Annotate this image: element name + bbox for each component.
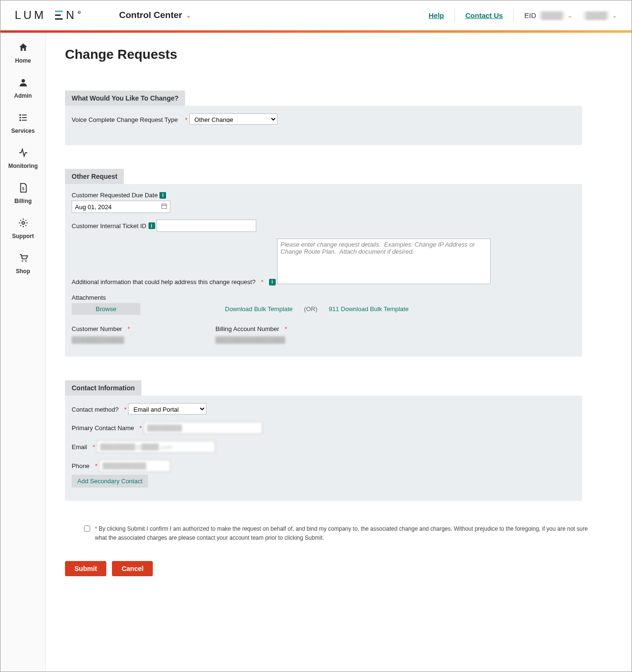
sidebar-item-label: Monitoring <box>9 163 38 169</box>
sidebar-item-label: Shop <box>16 268 30 275</box>
sidebar: Home Admin Services Monitoring $ Billing <box>0 33 46 672</box>
sidebar-item-label: Admin <box>14 92 32 99</box>
svg-rect-9 <box>22 115 27 116</box>
chevron-down-icon: ⌄ <box>612 12 617 19</box>
divider <box>513 9 514 22</box>
change-type-select[interactable]: Other Change <box>189 113 278 125</box>
svg-point-10 <box>19 117 21 119</box>
svg-text:LUM: LUM <box>15 9 46 21</box>
chevron-down-icon: ⌄ <box>567 12 573 19</box>
cart-icon <box>18 253 28 265</box>
change-type-label: Voice Complete Change Request Type * <box>72 116 187 123</box>
due-date-input[interactable] <box>72 201 170 213</box>
section-contact: Contact Information Contact method? * Em… <box>65 380 613 501</box>
ticket-id-input[interactable] <box>157 220 256 232</box>
divider <box>455 9 455 22</box>
section-tab-other: Other Request <box>65 169 124 184</box>
svg-rect-13 <box>22 120 27 121</box>
sidebar-item-shop[interactable]: Shop <box>0 253 46 275</box>
lumen-logo-svg: LUM N R <box>15 9 91 21</box>
sidebar-item-monitoring[interactable]: Monitoring <box>0 147 46 169</box>
logo: LUM N R <box>15 9 91 21</box>
ticket-id-label: Customer Internal Ticket ID i <box>72 222 155 230</box>
activity-icon <box>18 147 28 160</box>
billing-account-value: ████████████████ <box>215 336 287 343</box>
download-bulk-template-link[interactable]: Download Bulk Template <box>225 305 293 313</box>
sidebar-item-home[interactable]: Home <box>0 42 46 64</box>
additional-info-textarea[interactable] <box>277 239 491 284</box>
customer-number-block: Customer Number * ████████████ <box>72 325 130 343</box>
contact-method-label: Contact method? * <box>72 406 127 413</box>
eid-label: EID <box>524 11 536 19</box>
eid-value: ████ <box>539 11 565 19</box>
phone-input[interactable] <box>99 460 170 472</box>
chevron-down-icon: ⌄ <box>186 12 191 19</box>
list-icon <box>18 112 28 125</box>
svg-point-8 <box>19 114 21 116</box>
sidebar-item-support[interactable]: Support <box>0 218 46 239</box>
phone-label: Phone * <box>72 462 97 469</box>
eid-dropdown[interactable]: EID ████ ⌄ <box>524 11 573 19</box>
topbar-right: Help Contact Us EID ████ ⌄ ████ ⌄ <box>428 9 617 22</box>
section-tab-contact: Contact Information <box>65 380 141 396</box>
customer-number-label: Customer Number * <box>72 325 130 332</box>
primary-contact-name-input[interactable] <box>144 422 262 434</box>
svg-point-16 <box>21 260 23 262</box>
additional-info-label: Additional information that could help a… <box>72 278 276 285</box>
browse-button[interactable]: Browse <box>72 303 140 315</box>
disclaimer-row: * By clicking Submit I confirm I am auth… <box>84 525 594 542</box>
sidebar-item-label: Home <box>15 57 31 64</box>
user-value: ████ <box>583 11 609 19</box>
sidebar-item-admin[interactable]: Admin <box>0 77 46 99</box>
section-tab-change: What Would You Like To Change? <box>65 91 185 106</box>
due-date-label: Customer Requested Due Date i <box>72 192 166 199</box>
svg-text:$: $ <box>22 186 24 191</box>
submit-button[interactable]: Submit <box>65 561 106 576</box>
gear-icon <box>18 218 28 230</box>
or-text: (OR) <box>304 305 317 313</box>
cancel-button[interactable]: Cancel <box>112 561 153 576</box>
action-buttons: Submit Cancel <box>65 561 613 576</box>
email-label: Email * <box>72 443 95 451</box>
sidebar-item-label: Services <box>11 128 35 134</box>
info-icon[interactable]: i <box>269 279 276 285</box>
sidebar-item-label: Billing <box>14 198 32 204</box>
svg-point-12 <box>19 120 21 121</box>
svg-text:R: R <box>78 11 83 14</box>
sidebar-item-services[interactable]: Services <box>0 112 46 134</box>
svg-text:N: N <box>66 9 76 21</box>
email-input[interactable] <box>97 441 215 453</box>
customer-number-value: ████████████ <box>72 336 130 343</box>
info-icon[interactable]: i <box>159 192 166 199</box>
sidebar-item-label: Support <box>12 233 34 239</box>
svg-point-7 <box>21 79 25 83</box>
contact-us-link[interactable]: Contact Us <box>465 11 503 19</box>
attachments-label: Attachments <box>72 294 106 301</box>
home-icon <box>18 42 28 55</box>
authorize-checkbox[interactable] <box>84 525 90 532</box>
svg-point-17 <box>25 260 27 262</box>
contact-method-select[interactable]: Email and Portal <box>128 403 206 414</box>
disclaimer-text: * By clicking Submit I confirm I am auth… <box>95 525 594 542</box>
sidebar-item-billing[interactable]: $ Billing <box>0 183 46 204</box>
billing-account-block: Billing Account Number * ███████████████… <box>215 325 287 343</box>
download-911-template-link[interactable]: 911 Download Bulk Template <box>329 305 409 313</box>
svg-point-15 <box>22 221 25 224</box>
main-content: Change Requests What Would You Like To C… <box>46 33 632 672</box>
page-title: Change Requests <box>65 47 613 62</box>
info-icon[interactable]: i <box>149 222 155 229</box>
primary-contact-name-label: Primary Contact Name * <box>72 424 142 432</box>
billing-account-label: Billing Account Number * <box>215 325 287 332</box>
control-center-dropdown[interactable]: Control Center ⌄ <box>119 10 191 20</box>
control-center-label: Control Center <box>119 10 182 20</box>
file-dollar-icon: $ <box>18 183 28 195</box>
svg-rect-11 <box>22 117 27 118</box>
user-dropdown[interactable]: ████ ⌄ <box>583 11 617 19</box>
add-secondary-contact-button[interactable]: Add Secondary Contact <box>72 475 148 488</box>
section-change: What Would You Like To Change? Voice Com… <box>65 91 613 145</box>
topbar: LUM N R Control Center ⌄ Help Contact Us… <box>0 0 632 30</box>
help-link[interactable]: Help <box>428 11 444 19</box>
user-icon <box>18 77 28 90</box>
section-other: Other Request Customer Requested Due Dat… <box>65 169 613 357</box>
